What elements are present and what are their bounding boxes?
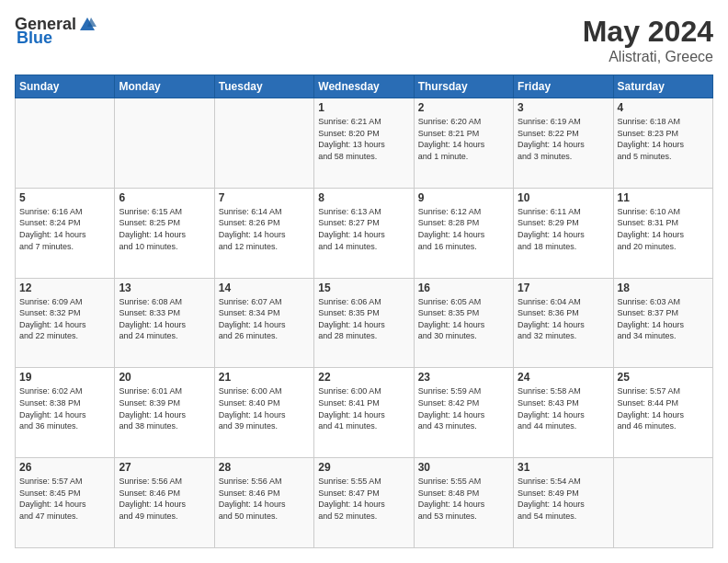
day-number: 11 [618,191,709,204]
table-cell: 15Sunrise: 6:06 AM Sunset: 8:35 PM Dayli… [314,278,414,368]
day-number: 22 [318,371,409,384]
day-info: Sunrise: 5:54 AM Sunset: 8:49 PM Dayligh… [518,476,609,522]
table-cell: 12Sunrise: 6:09 AM Sunset: 8:32 PM Dayli… [16,278,115,368]
day-number: 10 [518,191,609,204]
day-info: Sunrise: 6:05 AM Sunset: 8:35 PM Dayligh… [418,296,509,342]
table-cell: 8Sunrise: 6:13 AM Sunset: 8:27 PM Daylig… [314,188,414,278]
table-cell: 30Sunrise: 5:55 AM Sunset: 8:48 PM Dayli… [414,458,513,548]
day-number: 29 [318,461,409,474]
day-info: Sunrise: 6:03 AM Sunset: 8:37 PM Dayligh… [618,296,709,342]
month-year-title: May 2024 [583,15,713,49]
table-cell: 22Sunrise: 6:00 AM Sunset: 8:41 PM Dayli… [314,368,414,458]
day-info: Sunrise: 6:09 AM Sunset: 8:32 PM Dayligh… [19,296,110,342]
day-info: Sunrise: 6:21 AM Sunset: 8:20 PM Dayligh… [318,116,409,162]
table-cell [613,458,712,548]
week-row-2: 5Sunrise: 6:16 AM Sunset: 8:24 PM Daylig… [16,188,713,278]
table-cell: 17Sunrise: 6:04 AM Sunset: 8:36 PM Dayli… [514,278,613,368]
day-number: 31 [518,461,609,474]
day-info: Sunrise: 5:59 AM Sunset: 8:42 PM Dayligh… [418,385,509,431]
day-number: 24 [518,371,609,384]
day-info: Sunrise: 6:02 AM Sunset: 8:38 PM Dayligh… [19,385,110,431]
header-thursday: Thursday [414,75,513,98]
day-info: Sunrise: 5:57 AM Sunset: 8:45 PM Dayligh… [19,476,110,522]
page: General Blue May 2024 Alistrati, Greece … [0,0,728,563]
table-cell: 16Sunrise: 6:05 AM Sunset: 8:35 PM Dayli… [414,278,513,368]
day-number: 23 [418,371,509,384]
day-number: 27 [119,461,210,474]
week-row-4: 19Sunrise: 6:02 AM Sunset: 8:38 PM Dayli… [16,368,713,458]
table-cell [214,98,313,189]
day-number: 16 [418,282,509,294]
day-info: Sunrise: 6:19 AM Sunset: 8:22 PM Dayligh… [518,116,609,162]
table-cell: 18Sunrise: 6:03 AM Sunset: 8:37 PM Dayli… [613,278,712,368]
calendar-body: 1Sunrise: 6:21 AM Sunset: 8:20 PM Daylig… [16,98,713,548]
table-cell: 13Sunrise: 6:08 AM Sunset: 8:33 PM Dayli… [115,278,214,368]
day-number: 3 [518,101,609,114]
day-info: Sunrise: 6:14 AM Sunset: 8:26 PM Dayligh… [219,206,310,252]
day-info: Sunrise: 5:55 AM Sunset: 8:48 PM Dayligh… [418,476,509,522]
table-cell: 24Sunrise: 5:58 AM Sunset: 8:43 PM Dayli… [514,368,613,458]
day-info: Sunrise: 6:15 AM Sunset: 8:25 PM Dayligh… [119,206,210,252]
week-row-3: 12Sunrise: 6:09 AM Sunset: 8:32 PM Dayli… [16,278,713,368]
table-cell: 3Sunrise: 6:19 AM Sunset: 8:22 PM Daylig… [514,98,613,189]
day-info: Sunrise: 6:01 AM Sunset: 8:39 PM Dayligh… [119,385,210,431]
day-number: 19 [19,371,110,384]
table-cell: 19Sunrise: 6:02 AM Sunset: 8:38 PM Dayli… [16,368,115,458]
day-info: Sunrise: 6:04 AM Sunset: 8:36 PM Dayligh… [518,296,609,342]
table-cell: 27Sunrise: 5:56 AM Sunset: 8:46 PM Dayli… [115,458,214,548]
table-cell: 28Sunrise: 5:56 AM Sunset: 8:46 PM Dayli… [214,458,313,548]
day-info: Sunrise: 6:18 AM Sunset: 8:23 PM Dayligh… [618,116,709,162]
day-info: Sunrise: 5:56 AM Sunset: 8:46 PM Dayligh… [119,476,210,522]
table-cell: 20Sunrise: 6:01 AM Sunset: 8:39 PM Dayli… [115,368,214,458]
table-cell: 14Sunrise: 6:07 AM Sunset: 8:34 PM Dayli… [214,278,313,368]
weekday-header-row: Sunday Monday Tuesday Wednesday Thursday… [16,75,713,98]
day-info: Sunrise: 6:10 AM Sunset: 8:31 PM Dayligh… [618,206,709,252]
table-cell: 4Sunrise: 6:18 AM Sunset: 8:23 PM Daylig… [613,98,712,189]
day-number: 30 [418,461,509,474]
day-info: Sunrise: 6:00 AM Sunset: 8:41 PM Dayligh… [318,385,409,431]
table-cell: 7Sunrise: 6:14 AM Sunset: 8:26 PM Daylig… [214,188,313,278]
day-info: Sunrise: 6:16 AM Sunset: 8:24 PM Dayligh… [19,206,110,252]
day-info: Sunrise: 5:57 AM Sunset: 8:44 PM Dayligh… [618,385,709,431]
table-cell [16,98,115,189]
table-cell: 10Sunrise: 6:11 AM Sunset: 8:29 PM Dayli… [514,188,613,278]
day-info: Sunrise: 6:13 AM Sunset: 8:27 PM Dayligh… [318,206,409,252]
day-info: Sunrise: 6:06 AM Sunset: 8:35 PM Dayligh… [318,296,409,342]
logo: General Blue [15,15,98,48]
day-info: Sunrise: 5:55 AM Sunset: 8:47 PM Dayligh… [318,476,409,522]
week-row-5: 26Sunrise: 5:57 AM Sunset: 8:45 PM Dayli… [16,458,713,548]
table-cell: 26Sunrise: 5:57 AM Sunset: 8:45 PM Dayli… [16,458,115,548]
header-friday: Friday [514,75,613,98]
header-sunday: Sunday [16,75,115,98]
day-info: Sunrise: 5:56 AM Sunset: 8:46 PM Dayligh… [219,476,310,522]
table-cell: 23Sunrise: 5:59 AM Sunset: 8:42 PM Dayli… [414,368,513,458]
table-cell [115,98,214,189]
header-monday: Monday [115,75,214,98]
day-number: 5 [19,191,110,204]
calendar-header: Sunday Monday Tuesday Wednesday Thursday… [16,75,713,98]
table-cell: 11Sunrise: 6:10 AM Sunset: 8:31 PM Dayli… [613,188,712,278]
day-number: 8 [318,191,409,204]
table-cell: 5Sunrise: 6:16 AM Sunset: 8:24 PM Daylig… [16,188,115,278]
title-block: May 2024 Alistrati, Greece [583,15,713,65]
table-cell: 21Sunrise: 6:00 AM Sunset: 8:40 PM Dayli… [214,368,313,458]
day-number: 9 [418,191,509,204]
table-cell: 6Sunrise: 6:15 AM Sunset: 8:25 PM Daylig… [115,188,214,278]
day-number: 6 [119,191,210,204]
day-number: 1 [318,101,409,114]
day-number: 21 [219,371,310,384]
day-info: Sunrise: 6:07 AM Sunset: 8:34 PM Dayligh… [219,296,310,342]
day-number: 2 [418,101,509,114]
table-cell: 31Sunrise: 5:54 AM Sunset: 8:49 PM Dayli… [514,458,613,548]
table-cell: 1Sunrise: 6:21 AM Sunset: 8:20 PM Daylig… [314,98,414,189]
table-cell: 25Sunrise: 5:57 AM Sunset: 8:44 PM Dayli… [613,368,712,458]
day-number: 26 [19,461,110,474]
day-info: Sunrise: 6:00 AM Sunset: 8:40 PM Dayligh… [219,385,310,431]
day-number: 15 [318,282,409,294]
week-row-1: 1Sunrise: 6:21 AM Sunset: 8:20 PM Daylig… [16,98,713,189]
day-number: 17 [518,282,609,294]
logo-blue-text: Blue [17,29,52,48]
day-number: 28 [219,461,310,474]
day-number: 14 [219,282,310,294]
day-number: 25 [618,371,709,384]
